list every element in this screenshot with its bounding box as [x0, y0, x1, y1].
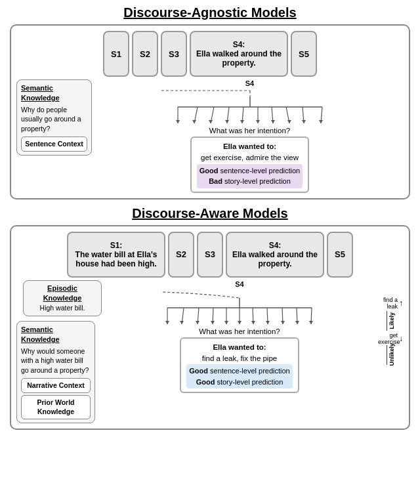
top-s1-box: S1 — [103, 31, 129, 77]
svg-marker-38 — [180, 321, 184, 324]
top-s5-box: S5 — [291, 31, 317, 77]
svg-marker-15 — [192, 120, 196, 123]
bottom-s5-box: S5 — [327, 232, 353, 278]
svg-marker-23 — [319, 120, 323, 123]
bottom-s4-tree-label: S4 — [235, 280, 243, 288]
bottom-s2-box: S2 — [168, 232, 194, 278]
svg-marker-47 — [309, 321, 313, 324]
bottom-s3-box: S3 — [197, 232, 223, 278]
prior-world-knowledge-box: Prior World Knowledge — [21, 395, 91, 419]
svg-marker-42 — [238, 321, 242, 324]
svg-marker-37 — [165, 321, 169, 324]
top-s4-tree-label: S4 — [245, 79, 254, 87]
bottom-s4-box: S4: Ella walked around the property. — [226, 232, 324, 278]
top-annotation-box: Semantic Knowledge Why do people usually… — [16, 79, 92, 156]
bottom-good-prediction: Good sentence-level prediction Good stor… — [186, 364, 292, 388]
svg-marker-20 — [271, 120, 275, 123]
top-diagram-box: S1 S2 S3 S4: Ella walked around the prop… — [10, 24, 410, 200]
svg-marker-41 — [224, 321, 228, 324]
page-wrapper: Discourse-Agnostic Models S1 S2 S3 S4: E… — [0, 0, 420, 504]
top-s3-box: S3 — [161, 31, 187, 77]
top-s4-box: S4: Ella walked around the property. — [190, 31, 288, 77]
svg-marker-39 — [196, 321, 200, 324]
bottom-annotation-box: Semantic Knowledge Why would someone wit… — [16, 321, 95, 423]
bottom-result-box: Ella wanted to: find a leak, fix the pip… — [180, 337, 299, 394]
bottom-tree-svg — [161, 288, 318, 327]
bottom-sentences-row: S1: The water bill at Ella's house had b… — [16, 232, 404, 278]
svg-marker-43 — [251, 321, 255, 324]
bottom-s1-box: S1: The water bill at Ella's house had b… — [67, 232, 165, 278]
up-arrow-icon: ↑ — [399, 299, 403, 308]
svg-marker-22 — [302, 120, 306, 123]
narrative-context-box: Narrative Context — [21, 378, 91, 393]
episodic-box: Episodic Knowledge High water bill. — [23, 280, 102, 316]
top-section-title: Discourse-Agnostic Models — [123, 5, 296, 20]
likelihood-column: find a leak ↑ Likely get exercise ↓ Unli… — [377, 280, 404, 365]
svg-marker-16 — [209, 120, 213, 123]
svg-marker-40 — [211, 321, 215, 324]
svg-marker-18 — [240, 120, 244, 123]
top-sentences-row: S1 S2 S3 S4: Ella walked around the prop… — [16, 31, 404, 77]
top-tree-area: S4 — [96, 79, 404, 193]
top-bottom-area: Semantic Knowledge Why do people usually… — [16, 79, 404, 193]
likely-label: Likely — [387, 311, 395, 331]
svg-marker-21 — [287, 120, 291, 123]
top-tree-svg — [158, 87, 342, 127]
svg-marker-14 — [176, 120, 180, 123]
bottom-tree-area: S4 — [104, 280, 375, 394]
bottom-section-title: Discourse-Aware Models — [132, 206, 288, 221]
bottom-question: What was her intention? — [199, 327, 280, 335]
svg-marker-17 — [225, 120, 229, 123]
svg-marker-45 — [281, 321, 285, 324]
svg-marker-46 — [295, 321, 299, 324]
top-result-box: Ella wanted to: get exercise, admire the… — [190, 136, 309, 193]
svg-marker-44 — [266, 321, 270, 324]
bottom-diagram-box: S1: The water bill at Ella's house had b… — [10, 225, 410, 430]
unlikely-label: Unlikely — [387, 345, 395, 365]
top-question: What was her intention? — [209, 127, 290, 135]
top-s2-box: S2 — [132, 31, 158, 77]
top-bad-prediction: Good sentence-level prediction Bad story… — [197, 164, 303, 188]
svg-marker-19 — [256, 120, 260, 123]
down-arrow-icon: ↓ — [399, 334, 403, 343]
top-sentence-context-box: Sentence Context — [21, 136, 87, 152]
